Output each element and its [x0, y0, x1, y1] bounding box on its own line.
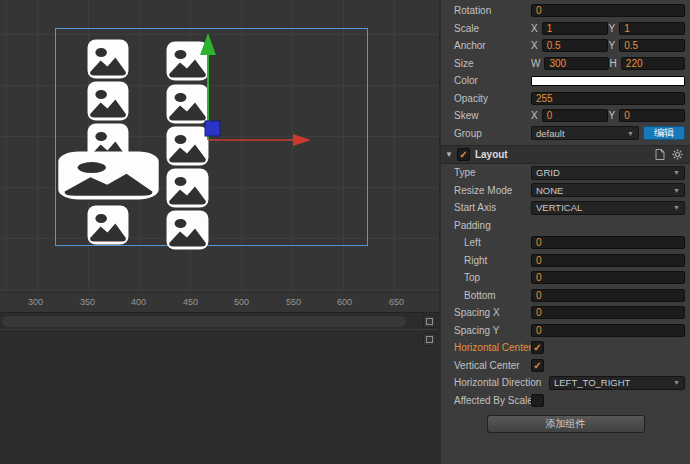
horizontal-center-checkbox[interactable]: ✓ [531, 341, 544, 354]
scene-corner-icon[interactable] [423, 315, 436, 328]
sprite-image-placeholder[interactable] [166, 126, 209, 166]
opacity-row: Opacity 255 [441, 90, 690, 108]
skew-x-input[interactable]: 0 [542, 109, 608, 122]
chevron-down-icon: ▼ [673, 204, 680, 211]
chevron-down-icon: ▼ [673, 187, 680, 194]
chevron-down-icon: ▼ [673, 169, 680, 176]
spacing-x-input[interactable]: 0 [531, 306, 685, 319]
size-h-input[interactable]: 220 [621, 57, 685, 70]
sprite-image-placeholder-scaled[interactable] [57, 151, 160, 200]
ruler-label: 600 [337, 297, 352, 307]
scale-y-input[interactable]: 1 [619, 22, 685, 35]
vertical-center-checkbox[interactable]: ✓ [531, 359, 544, 372]
spacing-x-label: Spacing X [454, 307, 531, 318]
affected-by-scale-label: Affected By Scale [454, 395, 531, 406]
color-swatch[interactable] [531, 76, 685, 86]
scale-y-axis-label: Y [609, 23, 616, 34]
anchor-y-input[interactable]: 0.5 [619, 39, 685, 52]
padding-right-label: Right [454, 255, 531, 266]
anchor-x-axis-label: X [531, 40, 538, 51]
ruler-label: 300 [28, 297, 43, 307]
horizontal-scrollbar[interactable] [0, 312, 439, 330]
padding-left-input[interactable]: 0 [531, 236, 685, 249]
color-row: Color [441, 72, 690, 90]
spacing-y-input[interactable]: 0 [531, 324, 685, 337]
size-row: Size W 300 H 220 [441, 55, 690, 73]
type-label: Type [454, 167, 531, 178]
horizontal-center-label: Horizontal Center [454, 342, 531, 353]
size-w-input[interactable]: 300 [544, 57, 608, 70]
anchor-label: Anchor [454, 40, 531, 51]
rotation-input[interactable]: 0 [531, 4, 685, 17]
gear-icon[interactable] [672, 149, 683, 160]
resize-mode-dropdown[interactable]: NONE ▼ [531, 183, 685, 197]
horizontal-scrollbar-thumb[interactable] [2, 316, 406, 327]
sprite-image-placeholder[interactable] [166, 84, 209, 124]
group-dropdown-value: default [536, 128, 565, 139]
vertical-center-label: Vertical Center [454, 360, 531, 371]
panel-corner-icon[interactable] [423, 333, 436, 346]
scene-ruler: 300 350 400 450 500 550 600 650 [0, 292, 439, 312]
sprite-image-placeholder[interactable] [166, 210, 209, 250]
skew-x-axis-label: X [531, 110, 538, 121]
ruler-label: 450 [183, 297, 198, 307]
layout-component-header[interactable]: ▼ ✓ Layout [441, 145, 690, 164]
layout-enabled-checkbox[interactable]: ✓ [457, 148, 470, 161]
scale-row: Scale X 1 Y 1 [441, 20, 690, 38]
resize-mode-row: Resize Mode NONE ▼ [441, 182, 690, 200]
opacity-label: Opacity [454, 93, 531, 104]
sprite-image-placeholder[interactable] [87, 205, 129, 245]
ruler-label: 400 [131, 297, 146, 307]
scale-x-input[interactable]: 1 [542, 22, 608, 35]
sprite-image-placeholder[interactable] [166, 41, 209, 81]
affected-by-scale-checkbox[interactable] [531, 394, 544, 407]
skew-y-input[interactable]: 0 [619, 109, 685, 122]
scale-label: Scale [454, 23, 531, 34]
vertical-center-row: Vertical Center ✓ [441, 357, 690, 375]
horizontal-direction-dropdown[interactable]: LEFT_TO_RIGHT ▼ [549, 376, 685, 390]
square-icon [426, 318, 433, 325]
group-edit-button[interactable]: 编辑 [643, 126, 685, 140]
start-axis-dropdown[interactable]: VERTICAL ▼ [531, 201, 685, 215]
sprite-image-placeholder[interactable] [87, 39, 129, 79]
padding-bottom-label: Bottom [454, 290, 531, 301]
type-dropdown[interactable]: GRID ▼ [531, 166, 685, 180]
horizontal-center-row: Horizontal Center ✓ [441, 339, 690, 357]
add-component-button[interactable]: 添加组件 [487, 415, 645, 433]
inspector-panel: Rotation 0 Scale X 1 Y 1 Anchor X 0.5 Y … [439, 0, 690, 464]
size-label: Size [454, 58, 531, 69]
sprite-image-placeholder[interactable] [166, 168, 209, 208]
foldout-triangle-icon[interactable]: ▼ [445, 150, 453, 159]
ruler-label: 500 [234, 297, 249, 307]
layout-component-title: Layout [475, 149, 655, 160]
rotation-row: Rotation 0 [441, 2, 690, 20]
skew-row: Skew X 0 Y 0 [441, 107, 690, 125]
color-label: Color [454, 75, 531, 86]
anchor-y-axis-label: Y [609, 40, 616, 51]
horizontal-direction-dropdown-value: LEFT_TO_RIGHT [554, 377, 630, 388]
resize-mode-dropdown-value: NONE [536, 185, 563, 196]
start-axis-label: Start Axis [454, 202, 531, 213]
type-dropdown-value: GRID [536, 167, 560, 178]
spacing-x-row: Spacing X 0 [441, 304, 690, 322]
group-label: Group [454, 128, 531, 139]
padding-bottom-input[interactable]: 0 [531, 289, 685, 302]
help-doc-icon[interactable] [655, 149, 665, 160]
ruler-label: 650 [389, 297, 404, 307]
horizontal-direction-row: Horizontal Direction LEFT_TO_RIGHT ▼ [441, 374, 690, 392]
scene-canvas[interactable] [0, 0, 439, 292]
spacing-y-row: Spacing Y 0 [441, 322, 690, 340]
start-axis-row: Start Axis VERTICAL ▼ [441, 199, 690, 217]
group-dropdown[interactable]: default ▼ [531, 126, 639, 140]
sprite-image-placeholder[interactable] [87, 81, 129, 121]
padding-top-input[interactable]: 0 [531, 271, 685, 284]
bottom-panel [0, 330, 439, 464]
anchor-x-input[interactable]: 0.5 [542, 39, 608, 52]
scale-x-axis-label: X [531, 23, 538, 34]
chevron-down-icon: ▼ [627, 130, 634, 137]
opacity-input[interactable]: 255 [531, 92, 685, 105]
affected-by-scale-row: Affected By Scale [441, 392, 690, 410]
padding-right-input[interactable]: 0 [531, 254, 685, 267]
padding-label: Padding [454, 220, 531, 231]
padding-top-label: Top [454, 272, 531, 283]
